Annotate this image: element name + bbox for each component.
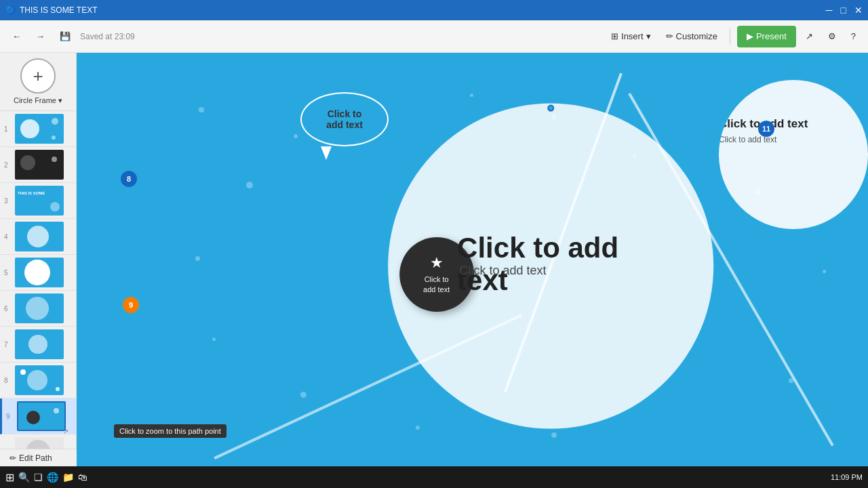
top-right-circle: Click to add text Click to add text	[719, 80, 868, 229]
main-layout: + Circle Frame ▾ 1 2	[0, 53, 868, 466]
insert-dropdown-icon: ▾	[646, 31, 651, 41]
minimize-btn[interactable]: ─	[826, 5, 833, 16]
slide-item[interactable]: 6	[0, 291, 76, 327]
edge-icon[interactable]: 🌐	[47, 472, 58, 483]
store-icon[interactable]: 🛍	[78, 472, 87, 483]
time-display: 11:09 PM	[831, 473, 863, 481]
slide-thumb-1	[15, 114, 64, 144]
task-view-icon[interactable]: ❏	[34, 472, 43, 483]
toolbar: ← → 💾 Saved at 23:09 ⊞ Insert ▾ ✏ Custom…	[0, 20, 868, 53]
deco-dot	[195, 256, 200, 261]
slide-item[interactable]: 3 THIS IS SOME	[0, 183, 76, 219]
slide-thumb-7	[15, 329, 64, 359]
bubble-text[interactable]: Click to add text	[326, 108, 363, 130]
slide-item[interactable]: 7	[0, 327, 76, 363]
maximize-btn[interactable]: □	[841, 5, 846, 16]
bubble-tail	[321, 146, 332, 160]
bubble-oval: Click to add text	[300, 92, 389, 146]
top-right-title[interactable]: Click to add text	[719, 117, 854, 131]
slide-item[interactable]: 8	[0, 363, 76, 399]
deco-dot	[199, 107, 204, 113]
play-icon: ▶	[747, 31, 753, 41]
edit-path-btn[interactable]: ✏ Edit Path	[5, 452, 56, 464]
canvas-area[interactable]: Click to add text Click to add text 11 C…	[77, 53, 868, 466]
settings-button[interactable]: ⚙	[823, 26, 842, 47]
slide-thumb-6	[15, 293, 64, 323]
slide-thumb-8	[15, 365, 64, 395]
pencil-icon: ✏	[666, 31, 673, 41]
deco-dot	[470, 94, 473, 97]
app-icon: 🔵	[5, 5, 16, 15]
save-button[interactable]: 💾	[54, 26, 76, 47]
saved-status: Saved at 23:09	[80, 32, 135, 41]
slide-thumb-5	[15, 258, 64, 287]
speech-bubble[interactable]: Click to add text	[300, 92, 389, 160]
pen-icon2: ✏	[9, 453, 16, 463]
editpath-bar: ✏ Edit Path	[0, 449, 77, 466]
slide-thumb-2	[15, 150, 64, 180]
focus-dot	[547, 105, 554, 112]
deco-dot	[551, 432, 557, 438]
taskbar: ⊞ 🔍 ❏ 🌐 📁 🛍 11:09 PM	[0, 466, 868, 488]
slide-item[interactable]: 9 ↗	[0, 399, 76, 434]
deco-dot	[294, 134, 298, 138]
share-button[interactable]: ↗	[800, 26, 818, 47]
top-right-content: Click to add text Click to add text	[719, 117, 854, 144]
present-button[interactable]: ▶ Present	[737, 26, 796, 47]
slide-thumb-9	[17, 401, 66, 431]
badge-8: 8	[121, 171, 137, 187]
titlebar: 🔵 THIS IS SOME TEXT ─ □ ✕	[0, 0, 868, 20]
deco-dot	[823, 270, 826, 273]
badge-11: 11	[758, 121, 774, 137]
deco-dot	[246, 182, 253, 188]
redo-button[interactable]: →	[31, 26, 50, 47]
add-frame-button[interactable]: +	[20, 58, 56, 94]
top-right-sub[interactable]: Click to add text	[719, 135, 854, 144]
customize-button[interactable]: ✏ Customize	[660, 26, 723, 47]
center-sub-text[interactable]: Click to add text	[401, 264, 605, 278]
slide-item[interactable]: 4	[0, 219, 76, 255]
frame-label[interactable]: Circle Frame ▾	[14, 96, 62, 105]
toolbar-separator	[730, 28, 730, 45]
close-btn[interactable]: ✕	[854, 5, 863, 16]
tooltip: Click to zoom to this path point	[114, 424, 226, 438]
insert-icon: ⊞	[611, 31, 618, 41]
slide-item[interactable]: 2	[0, 147, 76, 183]
deco-dot	[300, 392, 307, 398]
window-title: THIS IS SOME TEXT	[20, 5, 97, 15]
badge-9: 9	[123, 297, 139, 313]
undo-button[interactable]: ←	[7, 26, 26, 47]
plus-icon: +	[33, 67, 43, 85]
slide-item[interactable]: 5	[0, 255, 76, 291]
slide-panel: + Circle Frame ▾ 1 2	[0, 53, 77, 466]
insert-button[interactable]: ⊞ Insert ▾	[606, 26, 656, 47]
file-explorer-icon[interactable]: 📁	[62, 472, 74, 483]
sidebar-header: + Circle Frame ▾	[0, 53, 76, 111]
slide-thumb-4	[15, 222, 64, 251]
slide-list: 1 2 3 THIS IS SOME	[0, 111, 76, 454]
start-icon[interactable]: ⊞	[5, 471, 14, 484]
help-button[interactable]: ?	[846, 26, 861, 47]
slide-thumb-3: THIS IS SOME	[15, 186, 64, 216]
search-icon[interactable]: 🔍	[18, 472, 30, 483]
deco-dot	[212, 338, 216, 341]
edit-path-label2: Edit Path	[19, 453, 52, 463]
slide-item[interactable]: 1	[0, 111, 76, 147]
deco-dot	[416, 426, 420, 430]
